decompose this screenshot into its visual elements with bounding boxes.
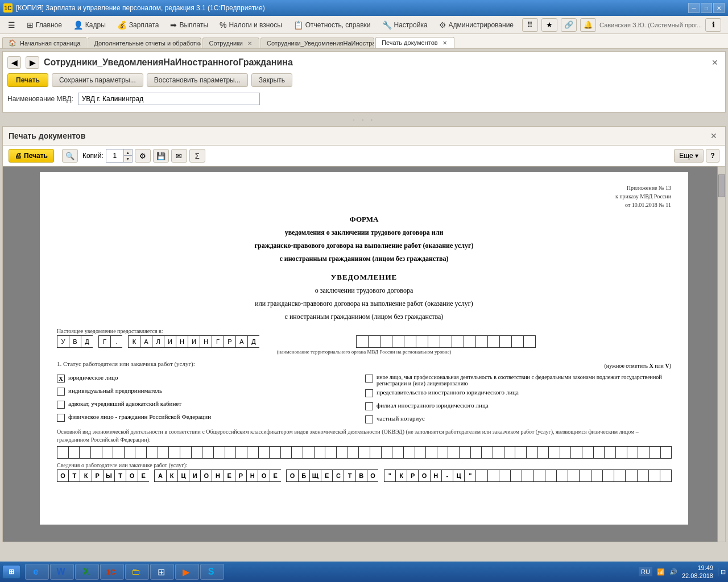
email-button[interactable]: ✉	[171, 149, 187, 163]
supplement-info: Приложение № 13 к приказу МВД России от …	[57, 184, 671, 209]
status-item-1: юридическое лицо	[57, 374, 363, 383]
scrollbar-thumb[interactable]	[718, 174, 725, 197]
notification-sub2: или гражданско-правового договора на вып…	[57, 298, 671, 309]
panel1-print-button[interactable]: Печать	[7, 73, 48, 87]
form-subtitle2: гражданско-правового договора на выполне…	[57, 240, 671, 251]
window-controls: ─ □ ✕	[688, 3, 725, 13]
network-icon: 📶	[657, 568, 665, 576]
media-icon: ▶	[180, 566, 192, 577]
hamburger-menu[interactable]: ☰	[2, 18, 21, 32]
copies-input[interactable]	[106, 149, 123, 162]
menu-vyplaty[interactable]: ➡ Выплаты	[164, 18, 214, 32]
excel-icon: X	[80, 566, 92, 577]
menu-admin[interactable]: ⚙ Администрирование	[433, 18, 519, 32]
tab-employees-close[interactable]: ✕	[246, 40, 253, 47]
mvd-field-row: Наименование МВД:	[7, 93, 721, 105]
doc-scroll-area[interactable]: Приложение № 13 к приказу МВД России от …	[3, 167, 725, 542]
tab-print[interactable]: Печать документов ✕	[375, 37, 454, 48]
folder-icon: 🗀	[130, 566, 142, 577]
panel2-print-button[interactable]: 🖨 Печать	[9, 149, 54, 163]
taskbar: ⊞ e W X 1С 🗀 ⊞ ▶ S RU 📶 🔊 19:49 22.08.20…	[0, 562, 728, 582]
info-label: Сведения о работодателе или заказчике ра…	[57, 462, 671, 468]
tab-print-close[interactable]: ✕	[441, 40, 448, 46]
notification-button[interactable]: 🔔	[580, 18, 596, 32]
menu-nalogi[interactable]: % Налоги и взносы	[214, 18, 288, 32]
favorites-button[interactable]: ★	[541, 18, 557, 32]
copies-spinner: ▲ ▼	[123, 149, 132, 162]
tab-notification[interactable]: Сотрудники_УведомленияНаИностранногоГраж…	[260, 38, 374, 48]
more-button[interactable]: Еще ▾	[674, 149, 704, 163]
home-icon: 🏠	[9, 39, 16, 47]
taskbar-word[interactable]: W	[50, 564, 74, 580]
checkbox-notary	[365, 415, 373, 423]
panel2-header: Печать документов ✕	[3, 127, 725, 146]
status-item-8: частный нотариус	[365, 415, 671, 423]
panel1-close-button[interactable]: ✕	[709, 57, 721, 68]
vertical-scrollbar[interactable]	[717, 167, 725, 542]
copies-up-button[interactable]: ▲	[124, 149, 132, 156]
address-cells: УВДГ.КАЛИНИНГРАД	[57, 335, 671, 348]
apps-grid-button[interactable]: ⠿	[522, 18, 538, 32]
help-button[interactable]: ?	[706, 149, 719, 163]
back-button[interactable]: ◀	[7, 56, 21, 69]
sum-button[interactable]: Σ	[189, 149, 205, 163]
zoom-button[interactable]: 🔍	[62, 149, 78, 163]
panel1-toolbar: Печать Сохранить параметры... Восстанови…	[7, 73, 721, 87]
tab-bar: 🏠 Начальная страница Дополнительные отче…	[0, 34, 728, 49]
taskbar-right: RU 📶 🔊 19:49 22.08.2018 ⊟	[639, 564, 726, 580]
save-params-button[interactable]: Сохранить параметры...	[52, 73, 143, 87]
panel1-header: ◀ ▶ Сотрудники_УведомленияНаИностранного…	[7, 56, 721, 69]
checkbox-filial	[365, 402, 373, 410]
okved-text: Основной вид экономической деятельности …	[57, 428, 671, 444]
address-label: Настоящее уведомление предоставляется в:	[57, 328, 671, 334]
tab-home[interactable]: 🏠 Начальная страница	[2, 37, 86, 48]
taskbar-skype[interactable]: S	[200, 564, 224, 580]
tab-employees[interactable]: Сотрудники ✕	[202, 38, 259, 48]
taskbar-folder[interactable]: 🗀	[125, 564, 149, 580]
panel-divider: · · ·	[0, 115, 728, 124]
taskbar-media[interactable]: ▶	[175, 564, 199, 580]
menu-otchet[interactable]: 📋 Отчетность, справки	[288, 18, 377, 32]
address-sublabel: (наименование территориального органа МВ…	[57, 349, 671, 355]
volume-icon: 🔊	[669, 568, 677, 576]
panel2-close-button[interactable]: ✕	[708, 130, 719, 142]
taskbar-ie[interactable]: e	[25, 564, 49, 580]
forward-button[interactable]: ▶	[26, 56, 39, 69]
taskbar-excel[interactable]: X	[75, 564, 99, 580]
taskbar-lang: RU	[639, 567, 652, 576]
minimize-button[interactable]: ─	[688, 3, 700, 13]
show-desktop-icon[interactable]: ⊟	[718, 568, 726, 576]
status-note: (нужное отметить X или V)	[604, 363, 671, 369]
menu-kadry[interactable]: 👤 Кадры	[68, 18, 111, 32]
menu-nastroika[interactable]: 🔧 Настройка	[377, 18, 433, 32]
mvd-input[interactable]	[78, 93, 260, 105]
employer-cells: ОТКРЫТОЕАКЦИОНЕРНОЕОБЩЕСТВО"КРОН-Ц"	[57, 469, 671, 482]
checkbox-advocate	[57, 401, 65, 409]
settings-button[interactable]: ⚙	[135, 149, 151, 163]
otchet-icon: 📋	[293, 20, 303, 30]
restore-params-button[interactable]: Восстановить параметры...	[147, 73, 248, 87]
start-button[interactable]: ⊞	[2, 565, 20, 579]
menu-zarplata[interactable]: 💰 Зарплата	[111, 18, 165, 32]
panel2-title: Печать документов	[9, 131, 85, 140]
tab-reports[interactable]: Дополнительные отчеты и обработки ✕	[88, 38, 201, 48]
taskbar-1c[interactable]: 1С	[100, 564, 124, 580]
taskbar-windows[interactable]: ⊞	[150, 564, 174, 580]
maximize-button[interactable]: □	[701, 3, 712, 13]
checkbox-other	[365, 375, 373, 383]
print-icon: 🖨	[15, 152, 22, 160]
kadry-icon: 👤	[73, 20, 83, 30]
link-button[interactable]: 🔗	[561, 18, 577, 32]
status-item-7: филиал иностранного юридического лица	[365, 402, 671, 410]
close-window-button[interactable]: ✕	[713, 3, 725, 13]
taskbar-clock: 19:49 22.08.2018	[682, 564, 713, 580]
checkbox-individual	[57, 388, 65, 396]
zarplata-icon: 💰	[117, 20, 127, 30]
menu-main[interactable]: ⊞ Главное	[21, 18, 68, 32]
save-button[interactable]: 💾	[153, 149, 169, 163]
copies-down-button[interactable]: ▼	[124, 156, 132, 162]
info-button[interactable]: ℹ	[705, 18, 721, 32]
vyplaty-icon: ➡	[170, 20, 177, 30]
close-params-button[interactable]: Закрыть	[251, 73, 292, 87]
status-left-col: юридическое лицо индивидуальный предприн…	[57, 374, 363, 423]
